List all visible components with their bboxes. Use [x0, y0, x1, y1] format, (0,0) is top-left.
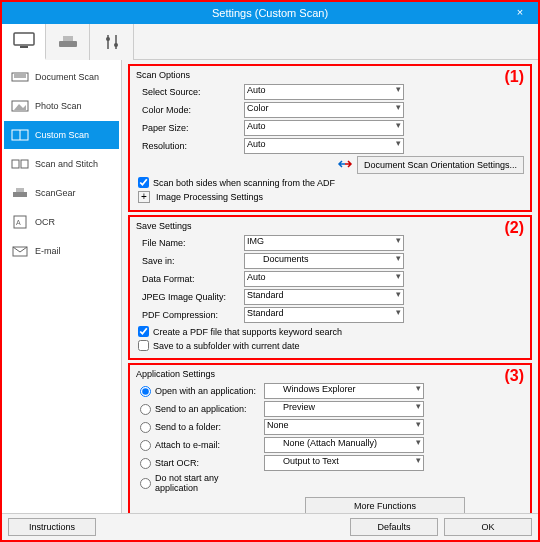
- annotation-3: (3): [504, 367, 524, 385]
- sidebar-item-email[interactable]: E-mail: [4, 237, 119, 265]
- footer: Instructions Defaults OK: [2, 513, 538, 540]
- email-icon: [11, 244, 29, 258]
- sidebar-item-ocr[interactable]: A OCR: [4, 208, 119, 236]
- data-format-dropdown[interactable]: Auto: [244, 271, 404, 287]
- svg-rect-15: [12, 160, 19, 168]
- defaults-button[interactable]: Defaults: [350, 518, 438, 536]
- custom-scan-icon: [11, 128, 29, 142]
- application-settings-section: (3) Application Settings Open with an ap…: [128, 363, 532, 513]
- start-ocr-radio[interactable]: Start OCR:: [134, 458, 264, 469]
- subfolder-label: Save to a subfolder with current date: [153, 341, 300, 351]
- color-mode-label: Color Mode:: [134, 105, 244, 115]
- file-name-combo[interactable]: IMG: [244, 235, 404, 251]
- jpeg-quality-label: JPEG Image Quality:: [134, 292, 244, 302]
- window-frame: Settings (Custom Scan) × Document Scan: [0, 0, 540, 542]
- sidebar-item-document-scan[interactable]: Document Scan: [4, 63, 119, 91]
- no-app-radio[interactable]: Do not start any application: [134, 473, 264, 493]
- sidebar-item-label: OCR: [35, 217, 55, 227]
- svg-rect-2: [59, 41, 77, 47]
- select-source-label: Select Source:: [134, 87, 244, 97]
- subfolder-input[interactable]: [138, 340, 149, 351]
- sidebar-item-scangear[interactable]: ScanGear: [4, 179, 119, 207]
- sidebar-item-label: Scan and Stitch: [35, 159, 98, 169]
- scan-both-sides-label: Scan both sides when scanning from the A…: [153, 178, 335, 188]
- scan-both-sides-input[interactable]: [138, 177, 149, 188]
- svg-text:A: A: [16, 219, 21, 226]
- save-settings-section: (2) Save Settings File Name: IMG Save in…: [128, 215, 532, 360]
- sliders-icon: [102, 33, 122, 51]
- send-folder-radio[interactable]: Send to a folder:: [134, 422, 264, 433]
- select-source-dropdown[interactable]: Auto: [244, 84, 404, 100]
- color-mode-dropdown[interactable]: Color: [244, 102, 404, 118]
- jpeg-quality-dropdown[interactable]: Standard: [244, 289, 404, 305]
- paper-size-label: Paper Size:: [134, 123, 244, 133]
- mode-tabbar: [2, 24, 538, 60]
- svg-rect-17: [13, 192, 27, 197]
- sidebar-item-label: Document Scan: [35, 72, 99, 82]
- file-name-label: File Name:: [134, 238, 244, 248]
- pdf-compression-label: PDF Compression:: [134, 310, 244, 320]
- svg-point-7: [114, 43, 118, 47]
- svg-rect-18: [16, 188, 24, 192]
- send-app-radio[interactable]: Send to an application:: [134, 404, 264, 415]
- sidebar-item-label: ScanGear: [35, 188, 76, 198]
- scan-both-sides-checkbox[interactable]: Scan both sides when scanning from the A…: [134, 177, 526, 188]
- image-processing-expander[interactable]: + Image Processing Settings: [134, 191, 526, 203]
- keyword-search-label: Create a PDF file that supports keyword …: [153, 327, 342, 337]
- open-app-dropdown[interactable]: Windows Explorer: [264, 383, 424, 399]
- window-title: Settings (Custom Scan): [212, 7, 328, 19]
- ok-button[interactable]: OK: [444, 518, 532, 536]
- instructions-button[interactable]: Instructions: [8, 518, 96, 536]
- send-app-dropdown[interactable]: Preview: [264, 401, 424, 417]
- plus-icon: +: [138, 191, 150, 203]
- attach-mail-dropdown[interactable]: None (Attach Manually): [264, 437, 424, 453]
- resolution-dropdown[interactable]: Auto: [244, 138, 404, 154]
- sidebar-item-scan-stitch[interactable]: Scan and Stitch: [4, 150, 119, 178]
- document-scan-icon: [11, 70, 29, 84]
- stitch-icon: [11, 157, 29, 171]
- sidebar-item-label: Photo Scan: [35, 101, 82, 111]
- pdf-compression-dropdown[interactable]: Standard: [244, 307, 404, 323]
- resolution-label: Resolution:: [134, 141, 244, 151]
- svg-rect-16: [21, 160, 28, 168]
- mode-tab-scan-from-computer[interactable]: [2, 24, 46, 60]
- titlebar: Settings (Custom Scan) ×: [2, 2, 538, 24]
- scanner-icon: [57, 33, 79, 51]
- more-functions-button[interactable]: More Functions: [305, 497, 465, 513]
- svg-marker-12: [14, 104, 26, 110]
- sidebar-item-photo-scan[interactable]: Photo Scan: [4, 92, 119, 120]
- application-settings-title: Application Settings: [136, 369, 526, 379]
- svg-rect-3: [63, 36, 73, 41]
- ocr-icon: A: [11, 215, 29, 229]
- restore-icon[interactable]: [337, 158, 353, 172]
- subfolder-checkbox[interactable]: Save to a subfolder with current date: [134, 340, 526, 351]
- mode-tab-scan-from-panel[interactable]: [46, 24, 90, 60]
- orientation-settings-button[interactable]: Document Scan Orientation Settings...: [357, 156, 524, 174]
- save-in-label: Save in:: [134, 256, 244, 266]
- open-app-radio[interactable]: Open with an application:: [134, 386, 264, 397]
- sidebar-item-label: Custom Scan: [35, 130, 89, 140]
- annotation-1: (1): [504, 68, 524, 86]
- photo-scan-icon: [11, 99, 29, 113]
- start-ocr-dropdown[interactable]: Output to Text: [264, 455, 424, 471]
- save-settings-title: Save Settings: [136, 221, 526, 231]
- close-icon: ×: [517, 6, 523, 18]
- svg-rect-0: [14, 33, 34, 45]
- save-in-dropdown[interactable]: Documents: [244, 253, 404, 269]
- annotation-2: (2): [504, 219, 524, 237]
- paper-size-dropdown[interactable]: Auto: [244, 120, 404, 136]
- mode-tab-preferences[interactable]: [90, 24, 134, 60]
- sidebar-item-custom-scan[interactable]: Custom Scan: [4, 121, 119, 149]
- keyword-search-checkbox[interactable]: Create a PDF file that supports keyword …: [134, 326, 526, 337]
- content-area: (1) Scan Options Select Source: Auto Col…: [122, 60, 538, 513]
- sidebar-item-label: E-mail: [35, 246, 61, 256]
- image-processing-label: Image Processing Settings: [156, 192, 263, 202]
- data-format-label: Data Format:: [134, 274, 244, 284]
- scan-options-title: Scan Options: [136, 70, 526, 80]
- attach-mail-radio[interactable]: Attach to e-mail:: [134, 440, 264, 451]
- keyword-search-input[interactable]: [138, 326, 149, 337]
- send-folder-dropdown[interactable]: None: [264, 419, 424, 435]
- close-button[interactable]: ×: [506, 4, 534, 20]
- svg-rect-1: [20, 46, 28, 48]
- svg-point-5: [106, 37, 110, 41]
